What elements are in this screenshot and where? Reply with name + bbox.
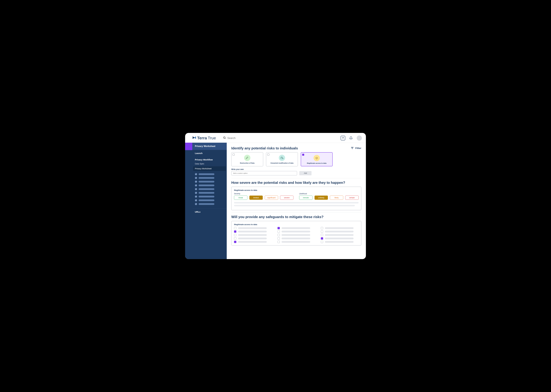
search-input[interactable] bbox=[228, 137, 271, 140]
safeguard-option[interactable] bbox=[321, 227, 358, 229]
placeholder-bar bbox=[238, 231, 267, 232]
check-icon bbox=[195, 196, 197, 198]
placeholder-bar bbox=[325, 234, 354, 236]
rating-pill[interactable]: remote bbox=[299, 196, 313, 200]
risk-card[interactable]: Unwanted modification of data bbox=[266, 152, 298, 166]
filter-button[interactable]: Filter bbox=[351, 146, 361, 150]
sidebar-subitem[interactable]: Data Spec bbox=[192, 161, 227, 166]
risk-card-label: Destruction of Data bbox=[240, 162, 254, 164]
check-icon bbox=[195, 173, 197, 175]
severity-label: Severity bbox=[234, 193, 293, 195]
rating-pill[interactable]: significant bbox=[265, 196, 278, 200]
write-own-label: Write your own bbox=[231, 168, 361, 170]
avatar[interactable] bbox=[357, 135, 362, 141]
svg-rect-2 bbox=[351, 147, 354, 147]
risk-card-label: Illegitimate access to data bbox=[307, 162, 326, 165]
risk-card[interactable]: Illegitimate access to data bbox=[301, 152, 333, 166]
safeguard-option[interactable] bbox=[321, 231, 358, 233]
sidebar-subitem[interactable]: Privacy Worksheet bbox=[193, 166, 226, 171]
placeholder-bar bbox=[281, 241, 310, 243]
placeholder-bar bbox=[199, 177, 214, 179]
sidebar-progress-item[interactable] bbox=[192, 198, 227, 202]
severity-panel-title: Illegitimate access to data bbox=[234, 189, 358, 191]
sidebar-progress-item[interactable] bbox=[192, 176, 227, 180]
safeguard-option[interactable] bbox=[321, 234, 358, 236]
sidebar-progress-item[interactable] bbox=[192, 172, 227, 176]
checkbox-icon bbox=[321, 227, 323, 229]
section1-header: Identify any potential risks to individu… bbox=[231, 146, 361, 150]
placeholder-bar bbox=[281, 238, 310, 239]
safeguard-option[interactable] bbox=[234, 237, 272, 240]
safeguard-option[interactable] bbox=[234, 234, 272, 236]
risk-icon bbox=[279, 155, 285, 161]
sidebar-section-workflow: Privacy Workflow bbox=[192, 156, 227, 161]
safeguard-option[interactable] bbox=[321, 237, 358, 240]
rating-pill[interactable]: severe bbox=[280, 196, 293, 200]
divider bbox=[231, 212, 361, 213]
rating-pill[interactable]: limited bbox=[249, 196, 263, 200]
sidebar-progress-item[interactable] bbox=[192, 183, 227, 187]
safeguard-option[interactable] bbox=[278, 234, 315, 236]
rating-pill[interactable]: trivial bbox=[234, 196, 247, 200]
sidebar-progress-item[interactable] bbox=[192, 180, 227, 183]
safeguard-grid bbox=[234, 227, 358, 243]
sidebar-item-launch[interactable]: Launch bbox=[192, 150, 227, 156]
risk-card[interactable]: Destruction of Data bbox=[231, 152, 263, 166]
placeholder-bar bbox=[325, 227, 354, 229]
risk-cards: Destruction of DataUnwanted modification… bbox=[231, 152, 361, 166]
checkbox-icon bbox=[302, 154, 304, 156]
safeguard-option[interactable] bbox=[278, 237, 315, 240]
likelihood-label: Likelihood bbox=[299, 193, 358, 195]
checkbox-icon bbox=[321, 231, 323, 233]
safeguard-option[interactable] bbox=[278, 241, 315, 243]
checkbox-icon bbox=[278, 241, 280, 243]
check-icon bbox=[195, 177, 197, 179]
main-content: Identify any potential risks to individu… bbox=[227, 143, 366, 259]
svg-rect-5 bbox=[281, 157, 283, 159]
svg-rect-4 bbox=[352, 148, 353, 149]
sidebar-progress-item[interactable] bbox=[192, 191, 227, 195]
safeguard-option[interactable] bbox=[234, 241, 272, 243]
sidebar-page-label: Privacy Worksheet bbox=[192, 143, 227, 150]
sidebar-progress-item[interactable] bbox=[192, 187, 227, 191]
safeguard-option[interactable] bbox=[234, 231, 272, 233]
custom-option-input[interactable] bbox=[231, 171, 297, 175]
sidebar-item-urls[interactable]: URLs bbox=[192, 209, 227, 215]
placeholder-bar bbox=[238, 241, 267, 243]
help-button[interactable]: ? bbox=[341, 136, 345, 140]
safeguard-option[interactable] bbox=[321, 241, 358, 243]
rating-pill[interactable]: unlikely bbox=[315, 196, 328, 200]
placeholder-lines bbox=[234, 202, 358, 206]
add-button[interactable]: Add bbox=[299, 171, 312, 175]
sidebar-progress-item[interactable] bbox=[192, 195, 227, 198]
placeholder-bar bbox=[199, 192, 214, 194]
rating-pill[interactable]: certain bbox=[345, 196, 358, 200]
placeholder-bar bbox=[281, 234, 310, 236]
placeholder-bar bbox=[238, 238, 267, 239]
brand-logo: TerraTrue bbox=[192, 136, 216, 141]
severity-group: Severity triviallimitedsignificantsevere bbox=[234, 193, 293, 200]
likelihood-group: Likelihood remoteunlikelylikelycertain bbox=[299, 193, 358, 200]
section1-title: Identify any potential risks to individu… bbox=[231, 146, 298, 150]
notifications-button[interactable] bbox=[348, 135, 354, 141]
placeholder-bar bbox=[199, 181, 214, 182]
safeguard-option[interactable] bbox=[278, 227, 315, 229]
search-icon bbox=[223, 136, 226, 140]
checkbox-icon bbox=[278, 231, 280, 233]
safeguard-option[interactable] bbox=[234, 227, 272, 229]
risk-icon bbox=[314, 155, 320, 161]
checkbox-icon bbox=[234, 227, 236, 229]
sidebar-progress-item[interactable] bbox=[192, 202, 227, 206]
check-icon bbox=[195, 203, 197, 205]
placeholder-bar bbox=[199, 199, 214, 201]
section3-title: Will you provide any safeguards to mitig… bbox=[231, 215, 361, 219]
checkbox-icon bbox=[278, 227, 280, 229]
svg-point-0 bbox=[223, 137, 225, 139]
safeguard-option[interactable] bbox=[278, 231, 315, 233]
brand-name-1: Terra bbox=[197, 136, 207, 140]
rating-row: Severity triviallimitedsignificantsevere… bbox=[234, 193, 358, 200]
checkbox-icon bbox=[278, 234, 280, 236]
placeholder-bar bbox=[281, 227, 310, 229]
svg-rect-3 bbox=[351, 148, 353, 148]
rating-pill[interactable]: likely bbox=[330, 196, 343, 200]
